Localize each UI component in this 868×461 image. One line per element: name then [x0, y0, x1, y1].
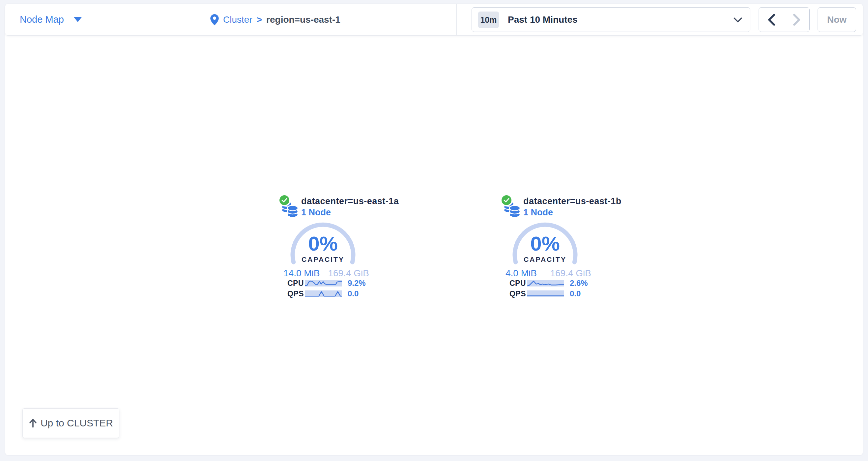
qps-metric-row: QPS 0.0 [500, 290, 595, 298]
caret-down-icon [74, 17, 82, 22]
time-range-badge: 10m [478, 11, 499, 28]
view-selector-label: Node Map [20, 14, 64, 25]
cpu-label: CPU [278, 279, 304, 288]
qps-value: 0.0 [348, 289, 359, 298]
chevron-down-icon [734, 18, 742, 23]
qps-metric-row: QPS 0.0 [278, 290, 373, 298]
time-range-dropdown[interactable]: 10m Past 10 Minutes [471, 7, 750, 32]
view-selector-dropdown[interactable]: Node Map [20, 4, 82, 35]
locality-node-count: 1 Node [301, 207, 331, 218]
check-circle-icon [278, 194, 290, 206]
arrow-up-icon [29, 418, 37, 428]
time-prev-button[interactable] [758, 7, 784, 32]
qps-label: QPS [278, 290, 304, 298]
capacity-used: 4.0 MiB [505, 268, 537, 278]
time-next-button[interactable] [784, 7, 810, 32]
cpu-metric-row: CPU 9.2% [278, 279, 373, 287]
cpu-value: 2.6% [570, 278, 588, 288]
qps-sparkline [527, 290, 564, 297]
qps-sparkline [305, 290, 342, 297]
capacity-total: 169.4 GiB [328, 268, 369, 278]
breadcrumb-cluster-link[interactable]: Cluster [223, 14, 252, 25]
top-bar: Node Map Cluster > region=us-east-1 10m … [5, 4, 863, 36]
locality-title: datacenter=us-east-1b [523, 196, 621, 206]
capacity-percent: 0% [509, 234, 581, 254]
breadcrumb-current: region=us-east-1 [266, 14, 340, 25]
cpu-value: 9.2% [348, 278, 366, 288]
locality-card-us-east-1b[interactable]: datacenter=us-east-1b 1 Node 0% CAPACITY… [500, 194, 595, 302]
locality-title: datacenter=us-east-1a [301, 196, 399, 206]
cpu-label: CPU [500, 279, 526, 288]
cpu-sparkline [305, 280, 342, 287]
qps-label: QPS [500, 290, 526, 298]
time-range-label: Past 10 Minutes [508, 7, 578, 32]
capacity-stats: 14.0 MiB 169.4 GiB [283, 268, 369, 278]
locality-node-count: 1 Node [523, 207, 553, 218]
cpu-sparkline [527, 280, 564, 287]
node-map-canvas [5, 4, 863, 455]
locality-card-us-east-1a[interactable]: datacenter=us-east-1a 1 Node 0% CAPACITY… [278, 194, 373, 302]
time-nav-group [758, 7, 810, 32]
chevron-right-icon [793, 13, 801, 26]
cpu-metric-row: CPU 2.6% [500, 279, 595, 287]
capacity-total: 169.4 GiB [550, 268, 591, 278]
qps-value: 0.0 [570, 289, 581, 298]
capacity-label: CAPACITY [509, 256, 581, 263]
up-to-cluster-label: Up to CLUSTER [40, 418, 113, 429]
chevron-left-icon [767, 13, 776, 26]
capacity-percent: 0% [287, 234, 359, 254]
breadcrumb-separator: > [257, 14, 262, 25]
check-circle-icon [501, 194, 513, 206]
capacity-used: 14.0 MiB [283, 268, 320, 278]
breadcrumb: Cluster > region=us-east-1 [210, 4, 340, 35]
capacity-stats: 4.0 MiB 169.4 GiB [505, 268, 591, 278]
location-pin-icon [210, 14, 219, 25]
capacity-label: CAPACITY [287, 256, 359, 263]
now-button[interactable]: Now [817, 7, 856, 32]
up-to-cluster-button[interactable]: Up to CLUSTER [23, 408, 119, 438]
